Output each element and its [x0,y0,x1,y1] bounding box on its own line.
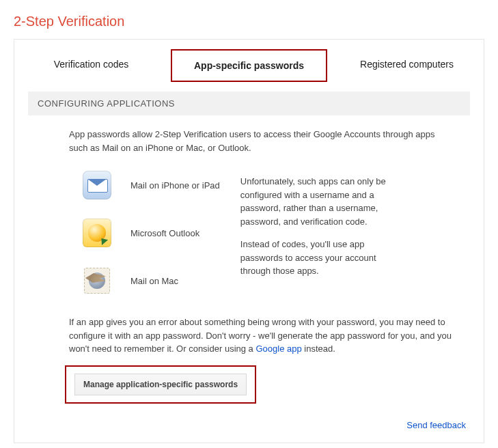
tab-verification-codes[interactable]: Verification codes [14,49,168,82]
side-paragraph: Unfortunately, such apps can only be con… [240,175,391,228]
tabs-row: Verification codes App-specific password… [14,40,484,92]
side-explanation: Unfortunately, such apps can only be con… [240,171,391,295]
mail-ios-icon [83,171,111,199]
google-app-link[interactable]: Google app [255,344,301,354]
footer-text: If an app gives you an error about somet… [69,316,452,356]
outlook-icon [83,219,111,247]
list-item: Mail on Mac [83,266,220,295]
apps-list: Mail on iPhone or iPad Microsoft Outlook… [69,171,220,295]
section-header: CONFIGURING APPLICATIONS [28,92,470,115]
manage-app-passwords-button[interactable]: Manage application-specific passwords [74,374,247,395]
apps-row: Mail on iPhone or iPad Microsoft Outlook… [69,171,456,295]
footer-text-post: instead. [302,344,335,354]
side-paragraph: Instead of codes, you'll use app passwor… [240,238,391,278]
app-label: Mail on Mac [130,276,178,286]
tab-app-specific-passwords[interactable]: App-specific passwords [171,49,327,82]
tab-registered-computers[interactable]: Registered computers [330,49,484,82]
send-feedback-link[interactable]: Send feedback [406,420,466,430]
main-panel: Verification codes App-specific password… [14,39,484,443]
list-item: Microsoft Outlook [83,219,220,247]
intro-text: App passwords allow 2-Step Verification … [69,128,452,154]
manage-button-highlight: Manage application-specific passwords [65,365,256,404]
app-label: Microsoft Outlook [130,228,199,238]
list-item: Mail on iPhone or iPad [83,171,220,199]
mail-mac-icon [83,266,111,295]
feedback-row: Send feedback [14,415,484,443]
page-title: 2-Step Verification [14,14,484,29]
app-label: Mail on iPhone or iPad [130,180,220,191]
content-area: App passwords allow 2-Step Verification … [14,128,484,415]
